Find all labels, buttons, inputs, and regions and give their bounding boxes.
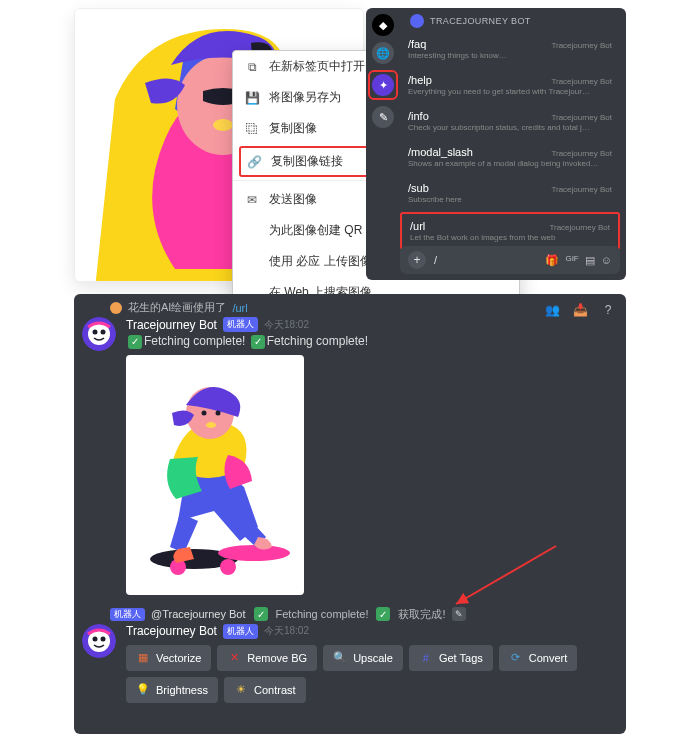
- command-sidebar: ◆🌐✦✎: [366, 8, 400, 280]
- svg-point-11: [218, 545, 290, 561]
- vectorize-button[interactable]: ▦Vectorize: [126, 645, 211, 671]
- reply-command[interactable]: /url: [232, 302, 247, 314]
- svg-point-15: [202, 410, 207, 415]
- reply-mention[interactable]: @Tracejourney Bot: [151, 608, 246, 620]
- slash-command-item[interactable]: /infoTracejourney BotCheck your subscrip…: [400, 104, 620, 138]
- check-icon: ✓: [128, 335, 142, 349]
- discord-conversation-panel: 👥📥? 花生的AI绘画使用了 /url Tracejourney Bot 机器人…: [74, 294, 626, 734]
- message-text: ✓Fetching complete! ✓Fetching complete!: [126, 334, 618, 349]
- removebg-icon: ✕: [227, 651, 241, 665]
- upscale-icon: 🔍: [333, 651, 347, 665]
- svg-point-16: [216, 410, 221, 415]
- reply-user: 花生的AI绘画使用了: [128, 300, 226, 315]
- message-username[interactable]: Tracejourney Bot: [126, 318, 217, 332]
- brightness-button[interactable]: 💡Brightness: [126, 677, 218, 703]
- skater-full-illustration: [134, 363, 296, 587]
- command-source: Tracejourney Bot: [551, 41, 612, 50]
- contrast-button[interactable]: ☀Contrast: [224, 677, 306, 703]
- contrast-icon: ☀: [234, 683, 248, 697]
- removebg-button[interactable]: ✕Remove BG: [217, 645, 317, 671]
- check-icon: ✓: [254, 607, 268, 621]
- command-description: Everything you need to get started with …: [408, 87, 612, 96]
- slash-command-item[interactable]: /helpTracejourney BotEverything you need…: [400, 68, 620, 102]
- link-icon: 🔗: [247, 155, 261, 169]
- button-label: Brightness: [156, 684, 208, 696]
- command-description: Check your subscription status, credits …: [408, 123, 612, 132]
- svg-point-2: [207, 95, 215, 103]
- convert-icon: ⟳: [509, 651, 523, 665]
- command-source: Tracejourney Bot: [551, 113, 612, 122]
- image-attachment[interactable]: [126, 355, 304, 595]
- slash-command-item[interactable]: /subTracejourney BotSubscribe here: [400, 176, 620, 210]
- button-label: Upscale: [353, 652, 393, 664]
- command-source: Tracejourney Bot: [549, 223, 610, 232]
- message-input[interactable]: /: [434, 254, 537, 266]
- command-panel-header: TRACEJOURNEY BOT: [400, 8, 626, 34]
- message-username[interactable]: Tracejourney Bot: [126, 624, 217, 638]
- save-icon: 💾: [245, 91, 259, 105]
- attach-button[interactable]: +: [408, 251, 426, 269]
- command-source: Tracejourney Bot: [551, 149, 612, 158]
- sidebar-bot-icon[interactable]: ✦: [372, 74, 394, 96]
- bot-badge: 机器人: [223, 624, 258, 639]
- message-2: Tracejourney Bot 机器人 今天18:02 ▦Vectorize✕…: [82, 624, 618, 703]
- copy-icon: ⿻: [245, 122, 259, 136]
- sidebar-globe-icon[interactable]: 🌐: [372, 42, 394, 64]
- tab-icon: ⧉: [245, 60, 259, 74]
- send-icon: ✉: [245, 193, 259, 207]
- sticker-icon[interactable]: ▤: [585, 254, 595, 267]
- button-label: Contrast: [254, 684, 296, 696]
- command-list: /faqTracejourney BotInteresting things t…: [400, 32, 620, 250]
- brightness-icon: 💡: [136, 683, 150, 697]
- context-menu-item-label: 复制图像: [269, 120, 317, 137]
- check-icon: ✓: [376, 607, 390, 621]
- message-input-bar[interactable]: + / 🎁GIF▤☺: [400, 246, 620, 274]
- command-name: /faq: [408, 38, 426, 50]
- slash-command-item[interactable]: /urlTracejourney BotLet the Bot work on …: [400, 212, 620, 250]
- button-label: Vectorize: [156, 652, 201, 664]
- sidebar-app-icon[interactable]: ◆: [372, 14, 394, 36]
- check-icon: ✓: [251, 335, 265, 349]
- vectorize-icon: ▦: [136, 651, 150, 665]
- sidebar-pencil-icon[interactable]: ✎: [372, 106, 394, 128]
- svg-point-17: [206, 422, 216, 428]
- reply-badge: 机器人: [110, 608, 145, 621]
- svg-line-22: [456, 546, 556, 604]
- command-name: /info: [408, 110, 429, 122]
- message-timestamp: 今天18:02: [264, 624, 309, 638]
- tags-button[interactable]: #Get Tags: [409, 645, 493, 671]
- command-description: Let the Bot work on images from the web: [410, 233, 610, 242]
- svg-point-13: [220, 559, 236, 575]
- input-actions: 🎁GIF▤☺: [545, 254, 612, 267]
- command-name: /help: [408, 74, 432, 86]
- button-label: Convert: [529, 652, 568, 664]
- emoji-icon[interactable]: ☺: [601, 254, 612, 267]
- bot-avatar[interactable]: [82, 624, 116, 658]
- convert-button[interactable]: ⟳Convert: [499, 645, 578, 671]
- command-description: Shows an example of a modal dialog being…: [408, 159, 612, 168]
- svg-point-7: [93, 330, 98, 335]
- gif-icon[interactable]: GIF: [565, 254, 578, 267]
- svg-point-4: [213, 119, 233, 131]
- command-name: /url: [410, 220, 425, 232]
- gift-icon[interactable]: 🎁: [545, 254, 559, 267]
- command-header-label: TRACEJOURNEY BOT: [430, 16, 531, 26]
- annotation-arrow: [446, 542, 566, 612]
- context-menu-item-label: 将图像另存为: [269, 89, 341, 106]
- upscale-button[interactable]: 🔍Upscale: [323, 645, 403, 671]
- context-menu-item-label: 复制图像链接: [271, 153, 343, 170]
- slash-command-item[interactable]: /modal_slashTracejourney BotShows an exa…: [400, 140, 620, 174]
- command-source: Tracejourney Bot: [551, 77, 612, 86]
- bot-badge: 机器人: [223, 317, 258, 332]
- tags-icon: #: [419, 651, 433, 665]
- reply-avatar: [110, 302, 122, 314]
- discord-command-panel: ◆🌐✦✎ TRACEJOURNEY BOT /faqTracejourney B…: [366, 8, 626, 280]
- command-description: Interesting things to know…: [408, 51, 612, 60]
- context-menu-item-label: 发送图像: [269, 191, 317, 208]
- action-buttons-row: ▦Vectorize✕Remove BG🔍Upscale#Get Tags⟳Co…: [126, 645, 618, 703]
- button-label: Remove BG: [247, 652, 307, 664]
- button-label: Get Tags: [439, 652, 483, 664]
- slash-command-item[interactable]: /faqTracejourney BotInteresting things t…: [400, 32, 620, 66]
- bot-avatar[interactable]: [82, 317, 116, 351]
- svg-point-20: [93, 636, 98, 641]
